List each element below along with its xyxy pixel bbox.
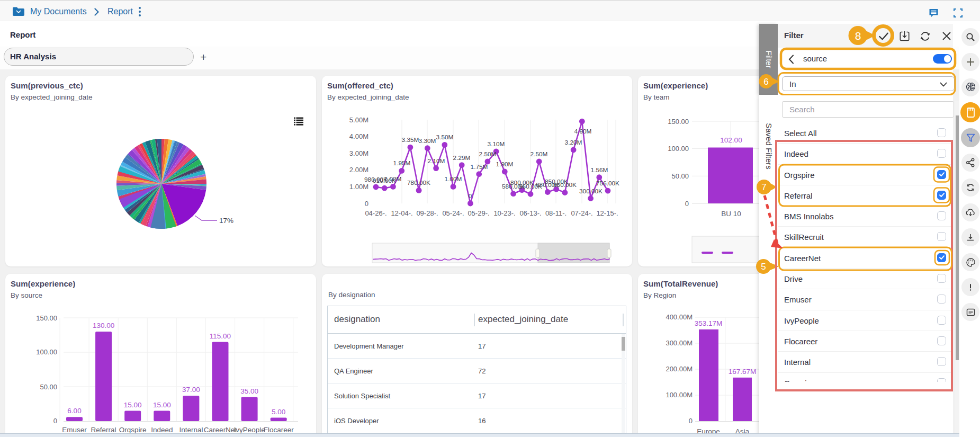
svg-text:1.56M: 1.56M	[591, 166, 608, 174]
svg-text:4.90M: 4.90M	[574, 128, 592, 135]
svg-text:200.00M: 200.00M	[666, 365, 693, 373]
svg-text:BU 10: BU 10	[721, 210, 741, 218]
svg-text:5.00M: 5.00M	[349, 116, 368, 124]
svg-text:2.10M: 2.10M	[428, 157, 445, 165]
svg-text:50.00: 50.00	[671, 172, 689, 180]
svg-text:1.00M: 1.00M	[349, 183, 368, 191]
svg-text:10-23-.: 10-23-.	[493, 209, 515, 217]
svg-text:15.00: 15.00	[153, 401, 171, 409]
svg-text:0: 0	[53, 417, 57, 425]
svg-text:3.50M: 3.50M	[436, 133, 454, 141]
svg-text:1.90M: 1.90M	[496, 160, 514, 168]
svg-text:Emuser: Emuser	[62, 426, 87, 434]
svg-text:Flocareer: Flocareer	[264, 426, 294, 434]
svg-text:756.00K: 756.00K	[596, 180, 619, 187]
svg-text:2.50M: 2.50M	[531, 150, 548, 158]
svg-text:08-11-.: 08-11-.	[545, 209, 567, 217]
svg-text:2.50M: 2.50M	[479, 150, 497, 158]
svg-text:1.00M: 1.00M	[445, 175, 462, 183]
svg-text:12-15-.: 12-15-.	[596, 209, 618, 217]
svg-text:150.00: 150.00	[36, 314, 57, 322]
svg-text:05-24-.: 05-24-.	[442, 209, 464, 217]
svg-text:100.00: 100.00	[668, 145, 689, 153]
svg-text:300.00K: 300.00K	[579, 188, 603, 195]
svg-text:IvyPeople: IvyPeople	[233, 426, 265, 434]
svg-text:0: 0	[685, 200, 689, 208]
svg-text:0: 0	[365, 200, 368, 208]
svg-text:37.00: 37.00	[182, 386, 200, 394]
svg-text:102.00: 102.00	[720, 136, 742, 144]
svg-text:04-26-.: 04-26-.	[365, 209, 386, 217]
svg-text:4.00M: 4.00M	[349, 132, 368, 140]
svg-text:Internal: Internal	[179, 426, 203, 434]
svg-text:115.00: 115.00	[210, 332, 231, 340]
svg-text:3.35M: 3.35M	[402, 136, 419, 144]
svg-text:5.00: 5.00	[272, 408, 285, 416]
svg-text:400.00M: 400.00M	[666, 313, 693, 321]
svg-text:100.00M: 100.00M	[666, 391, 693, 399]
svg-text:35.00: 35.00	[240, 387, 258, 395]
svg-text:300.00M: 300.00M	[666, 339, 693, 347]
svg-text:07-24-.: 07-24-.	[571, 209, 592, 217]
svg-text:Referral: Referral	[91, 426, 116, 434]
svg-text:780.00K: 780.00K	[407, 179, 430, 186]
svg-text:15.00: 15.00	[124, 401, 142, 409]
svg-text:09-28-.: 09-28-.	[416, 209, 438, 217]
svg-text:1.00M: 1.00M	[384, 175, 402, 183]
svg-text:100.00: 100.00	[36, 348, 57, 356]
svg-text:6.00: 6.00	[67, 407, 81, 415]
svg-text:3.20M: 3.20M	[565, 139, 582, 146]
svg-text:17%: 17%	[219, 217, 233, 225]
svg-text:650.00K: 650.00K	[553, 181, 577, 189]
svg-text:CareerNet: CareerNet	[204, 426, 237, 434]
svg-text:2.29M: 2.29M	[453, 154, 471, 162]
svg-text:Orgspire: Orgspire	[119, 426, 147, 434]
svg-text:2.00M: 2.00M	[349, 166, 368, 174]
svg-text:0: 0	[469, 192, 472, 200]
svg-text:1.75M: 1.75M	[471, 163, 488, 171]
svg-text:Indeed: Indeed	[151, 426, 173, 434]
svg-text:3.00M: 3.00M	[349, 149, 368, 157]
svg-text:1.95M: 1.95M	[393, 159, 411, 167]
svg-text:50.00: 50.00	[40, 383, 57, 391]
svg-text:0: 0	[689, 417, 693, 425]
svg-text:3.10M: 3.10M	[488, 140, 505, 148]
svg-text:05-29-.: 05-29-.	[467, 209, 489, 217]
svg-text:3.30M: 3.30M	[419, 137, 436, 145]
svg-text:150.00: 150.00	[668, 118, 689, 126]
svg-text:353.17M: 353.17M	[695, 319, 723, 327]
svg-text:130.00: 130.00	[93, 322, 114, 329]
svg-text:167.67M: 167.67M	[729, 368, 757, 376]
svg-text:06-13-.: 06-13-.	[519, 209, 541, 217]
svg-text:12-04-.: 12-04-.	[391, 209, 412, 217]
